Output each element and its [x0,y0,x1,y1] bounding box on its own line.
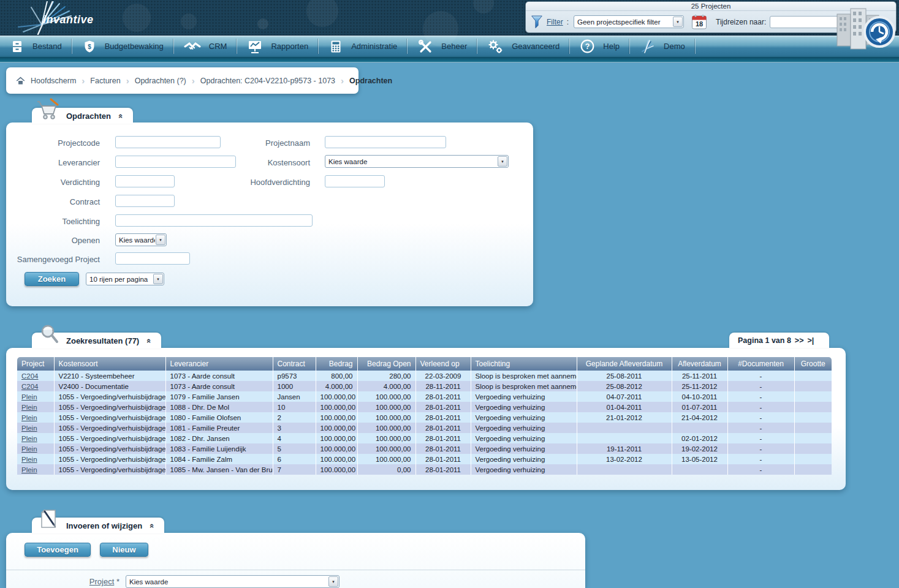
menu-item-label: Bestand [32,42,62,51]
project-link[interactable]: Plein [21,424,37,432]
menu-item-rapporten[interactable]: Rapporten [237,36,318,57]
breadcrumb-item[interactable]: Hoofdscherm [31,77,76,85]
breadcrumb-item[interactable]: Opdrachten: C204-V2210-p9573 - 1073 [200,77,335,85]
timetravel-label: Tijdreizen naar: [716,18,766,26]
filter-link[interactable]: Filter [547,18,563,26]
rows-per-page-select[interactable]: 10 rijen per pagina [86,273,164,285]
table-cell: 0,00 [357,464,415,475]
table-cell: V2400 - Documentatie [54,381,165,391]
project-link[interactable]: Plein [21,445,37,453]
shield-icon: $ [82,39,97,54]
table-cell: 100.000,00 [316,391,357,402]
table-cell: 100.000,00 [357,391,415,402]
table-cell: 28-01-2011 [415,433,471,443]
results-table: ProjectKostensoortLeverancierContractBed… [17,357,832,475]
breadcrumb-item[interactable]: Facturen [90,77,120,85]
gears-icon [487,39,504,55]
next-page-link[interactable]: >> [795,336,804,345]
project-link[interactable]: Plein [21,456,37,463]
chevron-down-icon[interactable] [156,235,165,245]
table-cell: - [727,443,794,454]
column-header[interactable]: Toelichting [471,357,577,371]
menu-item-demo[interactable]: Demo [630,36,695,57]
table-cell: Vergoeding verhuizing [471,412,577,423]
openen-select[interactable]: Kies waarde [115,233,167,246]
table-cell: Vergoeding verhuizing [471,433,577,443]
menu-item-label: Geavanceerd [512,42,560,51]
column-header[interactable]: Kostensoort [54,357,165,371]
search-button[interactable]: Zoeken [25,272,79,286]
results-panel-tab[interactable]: Zoekresultaten (77) [32,333,161,349]
project-label-link[interactable]: Project [89,577,114,586]
table-cell: 04-10-2011 [672,391,727,402]
table-cell: - [727,423,794,433]
table-cell: 3 [273,423,316,433]
project-link[interactable]: Plein [21,414,37,421]
filter-icon [531,15,543,29]
collapse-chevron-icon[interactable] [150,521,154,530]
verdichting-input[interactable] [115,175,175,187]
opdrachten-panel-tab[interactable]: Opdrachten [32,108,133,124]
menu-item-budgetbewaking[interactable]: $Budgetbewaking [72,36,173,57]
column-header[interactable]: Leverancier [165,357,273,371]
projectnaam-input[interactable] [325,136,446,148]
menu-item-bestand[interactable]: Bestand [0,36,72,57]
toelichting-input[interactable] [115,214,313,227]
column-header[interactable]: #Documenten [727,357,794,371]
menu-item-geavanceerd[interactable]: Geavanceerd [477,36,569,57]
table-cell: Vergoeding verhuizing [471,391,577,402]
menu-item-administratie[interactable]: Administratie [319,36,407,57]
table-cell: - [727,454,794,464]
table-cell: 1055 - Vergoeding/verhuisbijdrage [54,391,165,402]
column-header[interactable]: Bedrag Open [357,357,415,371]
project-link[interactable]: Plein [21,435,37,442]
table-cell: Vergoeding verhuizing [471,402,577,412]
hoofdverdichting-input[interactable] [325,175,385,187]
column-header[interactable]: Contract [273,357,316,371]
collapse-chevron-icon[interactable] [147,336,151,345]
table-cell: 100.000,00 [316,433,357,443]
project-link[interactable]: C204 [21,383,39,390]
project-link[interactable]: Plein [21,393,37,401]
column-header[interactable]: Bedrag [316,357,357,371]
chevron-down-icon[interactable] [153,274,163,284]
project-link[interactable]: Plein [21,466,37,473]
column-header[interactable]: Verleend op [415,357,471,371]
chevron-down-icon[interactable] [328,576,338,587]
chevron-down-icon[interactable] [498,156,507,167]
project-link[interactable]: C204 [21,372,39,380]
column-header[interactable]: Grootte [794,357,832,371]
calculator-icon [328,39,343,54]
new-button[interactable]: Nieuw [100,543,148,557]
entry-panel-tab[interactable]: Invoeren of wijzigen [32,518,164,533]
rows-per-page-value: 10 rijen per pagina [86,276,153,283]
chevron-down-icon[interactable] [673,17,683,27]
projectcode-input[interactable] [115,136,221,148]
table-cell: 19-11-2011 [577,443,672,454]
column-header[interactable]: Project [17,357,54,371]
samengevoegd-project-input[interactable] [115,252,190,265]
home-icon[interactable] [16,77,25,85]
table-cell: 25-11-2011 [672,371,727,381]
table-cell: Plein [17,433,54,443]
project-link[interactable]: Plein [21,404,37,411]
last-page-link[interactable]: >| [807,336,814,345]
add-button[interactable]: Toevoegen [25,543,91,557]
collapse-chevron-icon[interactable] [119,111,123,121]
table-cell [794,371,832,381]
menu-item-crm[interactable]: CRM [174,36,237,57]
calendar-icon[interactable]: 18 [691,14,707,30]
project-select[interactable]: Kies waarde [126,575,339,588]
breadcrumb-item[interactable]: Opdrachten (?) [135,77,186,85]
column-header[interactable]: Afleverdatum [672,357,727,371]
menu-item-help[interactable]: ?Help [570,36,629,57]
kostensoort-select[interactable]: Kies waarde [325,155,509,168]
projectcode-label: Projectcode [11,138,100,148]
project-filter-select[interactable]: Geen projectspecifiek filter [574,15,684,28]
contract-input[interactable] [115,195,175,207]
project-select-value: Kies waarde [126,578,328,586]
search-panel: Projectcode Projectnaam Leverancier Kost… [6,123,533,306]
column-header[interactable]: Geplande Afleverdatum [577,357,672,371]
table-cell: 28-01-2011 [415,391,471,402]
table-cell [794,464,832,475]
